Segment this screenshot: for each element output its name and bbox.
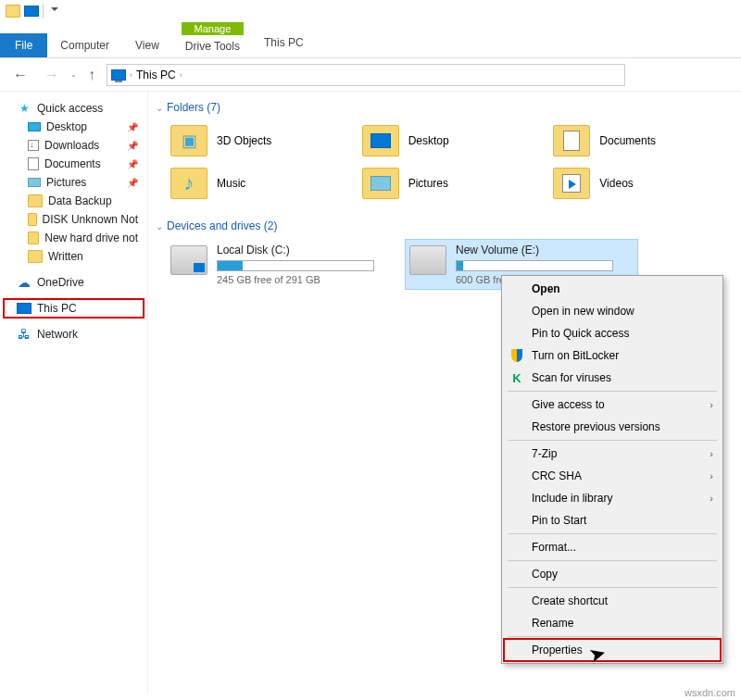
tree-label: This PC	[37, 302, 77, 315]
chevron-right-icon: ›	[710, 399, 713, 410]
folder-icon	[28, 194, 43, 207]
quick-access-node[interactable]: ★ Quick access	[4, 99, 144, 118]
group-label: Devices and drives (2)	[167, 219, 277, 232]
ctx-pin-quick-access[interactable]: Pin to Quick access	[504, 322, 721, 344]
ctx-restore-previous[interactable]: Restore previous versions	[504, 416, 721, 438]
ctx-pin-start[interactable]: Pin to Start	[504, 509, 721, 531]
ctx-give-access[interactable]: Give access to›	[504, 394, 721, 416]
ctx-7zip[interactable]: 7-Zip›	[504, 443, 721, 465]
pin-icon: 📌	[127, 122, 138, 132]
folder-icon	[553, 168, 590, 199]
ctx-rename[interactable]: Rename	[504, 612, 721, 634]
tree-new-hard-drive[interactable]: New hard drive not	[4, 229, 144, 247]
drive-free-text: 245 GB free of 291 GB	[217, 274, 395, 285]
folder-icon	[553, 125, 590, 156]
ctx-open[interactable]: Open	[504, 278, 721, 300]
back-button[interactable]: ←	[7, 63, 33, 87]
ctx-scan-viruses[interactable]: K Scan for viruses	[504, 367, 721, 389]
chevron-right-icon: ›	[710, 470, 713, 481]
computer-tab[interactable]: Computer	[47, 33, 122, 57]
pin-icon: 📌	[127, 141, 138, 151]
quick-access-toolbar	[0, 0, 741, 22]
qat-dropdown-icon[interactable]	[47, 4, 62, 19]
navigation-tree: ★ Quick access Desktop 📌 Downloads 📌 Doc…	[0, 92, 148, 694]
folder-documents[interactable]: Documents	[549, 121, 734, 160]
folder-desktop[interactable]: Desktop	[358, 121, 543, 160]
drive-capacity-bar	[217, 260, 374, 271]
tree-downloads[interactable]: Downloads 📌	[4, 136, 144, 155]
folder-label: Desktop	[408, 134, 449, 147]
watermark: wsxdn.com	[684, 687, 735, 698]
chevron-down-icon: ⌄	[156, 221, 163, 231]
ctx-include-library[interactable]: Include in library›	[504, 487, 721, 509]
ctx-format[interactable]: Format...	[504, 536, 721, 558]
tree-label: Network	[37, 328, 78, 341]
ctx-crc-sha[interactable]: CRC SHA›	[504, 465, 721, 487]
kaspersky-icon: K	[509, 370, 524, 385]
documents-icon	[28, 157, 39, 170]
drive-icon	[170, 245, 207, 275]
tree-disk-unknown[interactable]: DISK Unknown Not	[4, 210, 144, 229]
separator	[508, 391, 717, 392]
ctx-open-new-window[interactable]: Open in new window	[504, 300, 721, 322]
drives-group-header[interactable]: ⌄ Devices and drives (2)	[156, 216, 734, 236]
tree-label: Documents	[44, 157, 101, 170]
window-title: This PC	[249, 36, 319, 49]
tree-documents[interactable]: Documents 📌	[4, 155, 144, 173]
breadcrumb-bar[interactable]: › This PC ›	[107, 64, 625, 86]
folder-label: Pictures	[408, 177, 448, 190]
tree-label: New hard drive not	[44, 231, 138, 244]
file-tab[interactable]: File	[0, 33, 47, 57]
tree-onedrive[interactable]: ☁ OneDrive	[4, 273, 144, 292]
chevron-right-icon[interactable]: ›	[130, 70, 132, 80]
folder-3d-objects[interactable]: ▣ 3D Objects	[167, 121, 351, 160]
folder-videos[interactable]: Videos	[549, 164, 734, 203]
up-button[interactable]: ↑	[82, 63, 101, 87]
ctx-copy[interactable]: Copy	[504, 563, 721, 585]
view-tab[interactable]: View	[122, 33, 172, 57]
this-pc-icon	[111, 69, 126, 81]
tree-label: OneDrive	[37, 276, 84, 289]
tree-label: Data Backup	[48, 194, 112, 207]
folder-label: Music	[217, 177, 245, 190]
folders-group-header[interactable]: ⌄ Folders (7)	[156, 97, 734, 118]
drive-tools-tab[interactable]: Drive Tools	[176, 35, 249, 57]
tree-label: Quick access	[37, 102, 103, 115]
tree-written[interactable]: Written	[4, 247, 144, 266]
separator	[508, 636, 717, 637]
chevron-down-icon: ⌄	[156, 103, 163, 113]
tree-this-pc[interactable]: This PC	[4, 299, 144, 318]
separator	[508, 533, 717, 534]
tree-network[interactable]: 🖧 Network	[4, 325, 144, 344]
folder-music[interactable]: ♪ Music	[167, 164, 351, 203]
ctx-properties[interactable]: Properties	[504, 639, 721, 661]
context-menu: Open Open in new window Pin to Quick acc…	[501, 275, 723, 664]
tree-label: Pictures	[46, 176, 86, 189]
folder-icon	[28, 231, 39, 244]
ctx-bitlocker[interactable]: Turn on BitLocker	[504, 344, 721, 367]
drive-local-disk-c[interactable]: Local Disk (C:) 245 GB free of 291 GB	[167, 240, 398, 289]
tree-desktop[interactable]: Desktop 📌	[4, 118, 144, 136]
pin-icon[interactable]	[24, 4, 39, 19]
breadcrumb-item[interactable]: This PC	[136, 69, 176, 81]
shield-icon	[509, 348, 524, 363]
group-label: Folders (7)	[167, 101, 220, 114]
history-dropdown-icon[interactable]: ⌄	[70, 70, 77, 79]
drive-label: Local Disk (C:)	[217, 244, 395, 256]
folder-label: Videos	[599, 177, 633, 190]
tree-pictures[interactable]: Pictures 📌	[4, 173, 144, 192]
ctx-create-shortcut[interactable]: Create shortcut	[504, 590, 721, 612]
folder-icon	[28, 250, 43, 263]
cloud-icon: ☁	[17, 276, 31, 289]
separator	[508, 587, 717, 588]
star-icon: ★	[17, 102, 31, 115]
separator	[508, 560, 717, 561]
folder-pictures[interactable]: Pictures	[358, 164, 543, 203]
network-icon: 🖧	[17, 328, 31, 341]
app-icon	[6, 4, 20, 19]
chevron-right-icon[interactable]: ›	[180, 70, 182, 80]
chevron-right-icon: ›	[710, 493, 713, 504]
pin-icon: 📌	[127, 178, 138, 188]
folder-icon: ▣	[170, 125, 207, 156]
tree-data-backup[interactable]: Data Backup	[4, 192, 144, 210]
